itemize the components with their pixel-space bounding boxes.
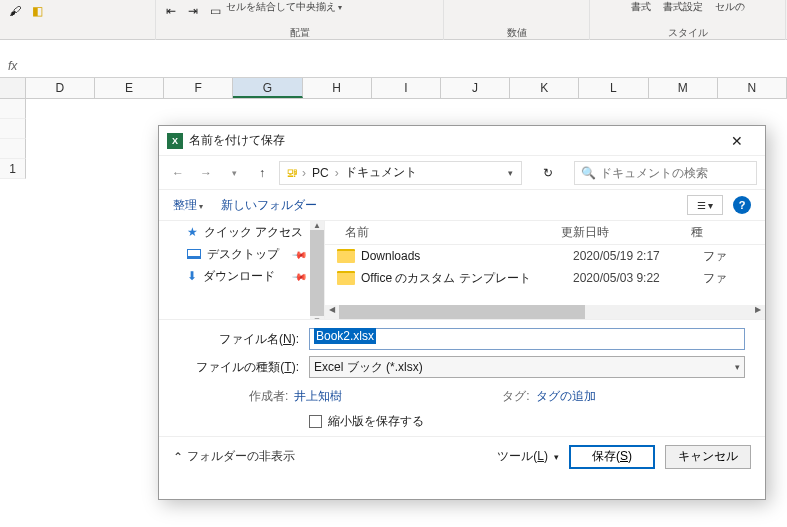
breadcrumb-documents[interactable]: ドキュメント: [341, 164, 421, 181]
h-scrollbar[interactable]: ◀▶: [325, 305, 765, 319]
cancel-button[interactable]: キャンセル: [665, 445, 751, 469]
nav-desktop[interactable]: デスクトップ📌: [159, 243, 324, 265]
file-list: 名前 更新日時 種 Downloads 2020/05/19 2:17 ファ O…: [325, 221, 765, 319]
back-button[interactable]: ←: [167, 162, 189, 184]
download-icon: ⬇: [187, 269, 197, 283]
list-item[interactable]: Office のカスタム テンプレート 2020/05/03 9:22 ファ: [325, 267, 765, 289]
view-button[interactable]: ☰ ▾: [687, 195, 723, 215]
close-button[interactable]: ✕: [717, 127, 757, 155]
row-header[interactable]: [0, 139, 26, 159]
help-button[interactable]: ?: [733, 196, 751, 214]
save-button[interactable]: 保存(S): [569, 445, 655, 469]
dialog-title: 名前を付けて保存: [189, 132, 717, 149]
new-folder-button[interactable]: 新しいフォルダー: [221, 197, 317, 214]
fill-icon[interactable]: ◧: [28, 2, 46, 20]
filename-input[interactable]: Book2.xlsx: [309, 328, 745, 350]
paint-icon[interactable]: 🖌: [6, 2, 24, 20]
excel-icon: X: [167, 133, 183, 149]
col-header[interactable]: F: [164, 78, 233, 98]
col-header[interactable]: M: [649, 78, 718, 98]
dialog-titlebar: X 名前を付けて保存 ✕: [159, 126, 765, 156]
thumbnail-label: 縮小版を保存する: [328, 413, 424, 430]
cond-format-button[interactable]: 書式: [631, 0, 651, 14]
fx-label: fx: [8, 59, 17, 73]
col-header[interactable]: G: [233, 78, 302, 98]
filetype-select[interactable]: Excel ブック (*.xlsx)▾: [309, 356, 745, 378]
col-header[interactable]: D: [26, 78, 95, 98]
thumbnail-row: 縮小版を保存する: [159, 407, 765, 436]
nav-scrollbar[interactable]: ▲▼: [310, 221, 324, 319]
formula-input[interactable]: [25, 55, 787, 77]
search-box[interactable]: 🔍: [574, 161, 757, 185]
col-name-header[interactable]: 名前: [325, 224, 561, 241]
ribbon-label-number: 数値: [444, 26, 589, 40]
col-header[interactable]: N: [718, 78, 787, 98]
indent-inc-icon[interactable]: ⇥: [184, 2, 202, 20]
col-type-header[interactable]: 種: [691, 224, 765, 241]
col-header[interactable]: H: [303, 78, 372, 98]
nav-downloads[interactable]: ⬇ダウンロード📌: [159, 265, 324, 287]
ribbon: 🖌 ◧ ⇤ ⇥ ▭ セルを結合して中央揃え 配置 数値 書式 書式設定 セルの …: [0, 0, 787, 40]
format-table-button[interactable]: 書式設定: [663, 0, 703, 14]
search-input[interactable]: [600, 166, 750, 180]
ribbon-group-number: 数値: [444, 0, 590, 40]
merge-center-button[interactable]: セルを結合して中央揃え: [226, 0, 342, 14]
refresh-button[interactable]: ↻: [534, 161, 562, 185]
col-header[interactable]: L: [579, 78, 648, 98]
meta-row: 作成者:井上知樹 タグ:タグの追加: [159, 384, 765, 407]
pc-icon: 🖳: [284, 165, 300, 181]
list-header[interactable]: 名前 更新日時 種: [325, 221, 765, 245]
indent-dec-icon[interactable]: ⇤: [162, 2, 180, 20]
forward-button: →: [195, 162, 217, 184]
folder-icon: [337, 249, 355, 263]
ribbon-label-alignment: 配置: [156, 26, 443, 40]
save-as-dialog: X 名前を付けて保存 ✕ ← → ▾ ↑ 🖳 › PC › ドキュメント ▾ ↻…: [158, 125, 766, 500]
select-all-corner[interactable]: [0, 78, 26, 98]
chevron-up-icon: ⌃: [173, 450, 183, 464]
author-value[interactable]: 井上知樹: [294, 389, 342, 403]
row: [0, 99, 787, 119]
col-header[interactable]: I: [372, 78, 441, 98]
column-headers: D E F G H I J K L M N: [0, 78, 787, 99]
col-date-header[interactable]: 更新日時: [561, 224, 691, 241]
formula-bar: fx: [0, 54, 787, 78]
nav-pane: ★クイック アクセス デスクトップ📌 ⬇ダウンロード📌 ▲▼: [159, 221, 325, 319]
star-icon: ★: [187, 225, 198, 239]
ribbon-group-styles: 書式 書式設定 セルの スタイル: [590, 0, 786, 40]
ribbon-group-alignment: ⇤ ⇥ ▭ セルを結合して中央揃え 配置: [156, 0, 444, 40]
ribbon-group-clipboard: 🖌 ◧: [0, 0, 156, 40]
up-button[interactable]: ↑: [251, 162, 273, 184]
search-icon: 🔍: [581, 166, 596, 180]
address-bar[interactable]: 🖳 › PC › ドキュメント ▾: [279, 161, 522, 185]
recent-dd[interactable]: ▾: [223, 162, 245, 184]
author-label: 作成者:: [249, 389, 288, 403]
pin-icon[interactable]: 📌: [292, 246, 308, 262]
ribbon-label-styles: スタイル: [590, 26, 785, 40]
col-header[interactable]: E: [95, 78, 164, 98]
nav-quick-access[interactable]: ★クイック アクセス: [159, 221, 324, 243]
filename-label: ファイル名(N):: [169, 331, 309, 348]
cell-styles-button[interactable]: セルの: [715, 0, 745, 14]
filetype-label: ファイルの種類(T):: [169, 359, 309, 376]
tools-menu[interactable]: ツール(L)▾: [497, 448, 559, 465]
dialog-nav: ← → ▾ ↑ 🖳 › PC › ドキュメント ▾ ↻ 🔍: [159, 156, 765, 190]
tags-label: タグ:: [502, 389, 529, 403]
organize-menu[interactable]: 整理: [173, 197, 203, 214]
breadcrumb-pc[interactable]: PC: [308, 166, 333, 180]
tags-value[interactable]: タグの追加: [536, 389, 596, 403]
row-header[interactable]: 1: [0, 159, 26, 179]
dialog-toolbar: 整理 新しいフォルダー ☰ ▾ ?: [159, 190, 765, 220]
pin-icon[interactable]: 📌: [292, 268, 308, 284]
thumbnail-checkbox[interactable]: [309, 415, 322, 428]
merge-icon[interactable]: ▭: [206, 2, 224, 20]
list-item[interactable]: Downloads 2020/05/19 2:17 ファ: [325, 245, 765, 267]
dialog-body: ★クイック アクセス デスクトップ📌 ⬇ダウンロード📌 ▲▼ 名前 更新日時 種…: [159, 220, 765, 320]
row-header[interactable]: [0, 99, 26, 119]
row-header[interactable]: [0, 119, 26, 139]
dialog-footer: ⌃フォルダーの非表示 ツール(L)▾ 保存(S) キャンセル: [159, 436, 765, 476]
col-header[interactable]: K: [510, 78, 579, 98]
folder-icon: [337, 271, 355, 285]
col-header[interactable]: J: [441, 78, 510, 98]
hide-folders-toggle[interactable]: ⌃フォルダーの非表示: [173, 448, 487, 465]
desktop-icon: [187, 249, 201, 259]
